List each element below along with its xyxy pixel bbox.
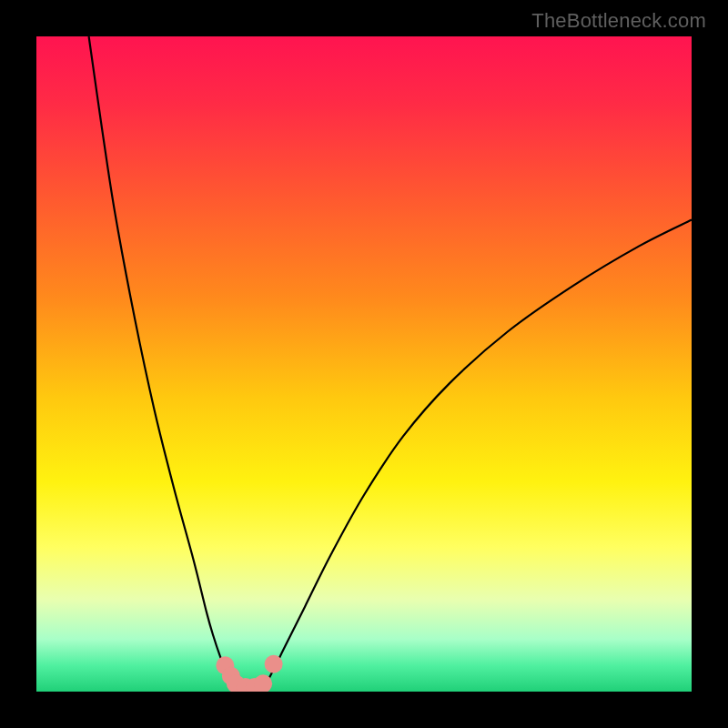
background-gradient (36, 36, 692, 692)
plot-area (36, 36, 692, 692)
svg-rect-0 (36, 36, 692, 692)
watermark-text: TheBottleneck.com (531, 9, 706, 33)
chart-frame: TheBottleneck.com (0, 0, 728, 728)
